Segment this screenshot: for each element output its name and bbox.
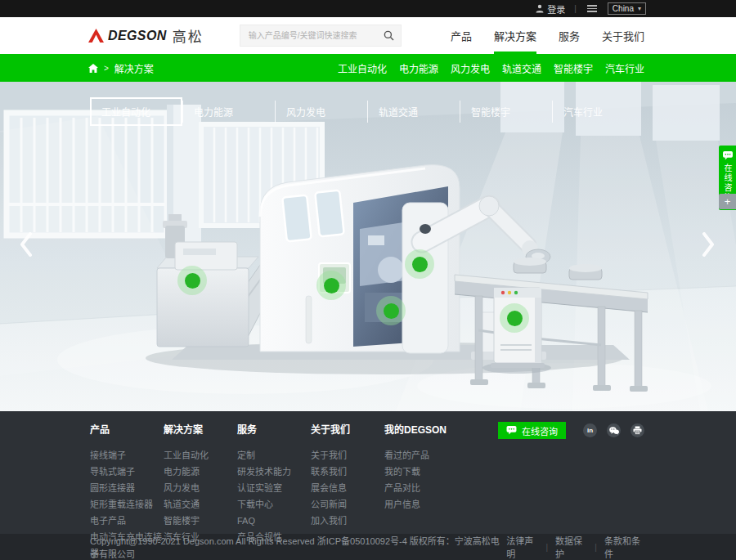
search-input[interactable] [240,31,378,40]
machine-hotspot-2[interactable] [316,271,346,300]
footer-link[interactable]: 圆形连接器 [90,480,164,496]
breadcrumb-current: 解决方案 [114,61,154,75]
machine-hotspot-5[interactable] [500,303,529,333]
tab-automotive[interactable]: 汽车行业 [552,97,644,126]
subnav-wind-power[interactable]: 风力发电 [451,61,490,75]
hamburger-icon [587,5,597,7]
home-icon[interactable] [88,64,98,73]
logo-text-cn: 高松 [173,25,204,46]
footer-link[interactable]: 矩形重载连接器 [90,496,164,513]
subnav-industrial-automation[interactable]: 工业自动化 [338,61,387,75]
breadcrumb: > 解决方案 [88,61,154,75]
footer-consult-label: 在线咨询 [522,424,558,437]
menu-button[interactable] [586,3,599,14]
footer-link[interactable]: 轨道交通 [164,496,237,513]
footer-col-title: 服务 [237,422,311,436]
footer-link[interactable]: 工业自动化 [164,447,237,464]
tab-wind-power[interactable]: 风力发电 [275,97,367,126]
plus-icon: + [725,195,731,208]
chat-icon [506,426,517,435]
footer-col-services: 服务 定制 研发技术能力 认证实验室 下载中心 FAQ 产品合规性 [237,422,311,560]
chat-icon [723,151,733,160]
footer-col-title: 产品 [90,422,164,436]
footer-link[interactable]: 加入我们 [311,513,384,529]
language-selector[interactable]: China ▾ [608,2,646,15]
floating-expand-button[interactable]: + [719,194,736,209]
footer-actions: 在线咨询 in [498,422,644,439]
search-button[interactable] [378,25,401,46]
nav-item-products[interactable]: 产品 [451,17,472,54]
footer-link[interactable]: 接线端子 [90,447,164,464]
footer-link[interactable]: 风力发电 [164,480,237,496]
linkedin-icon[interactable]: in [583,423,597,437]
subnav-automotive[interactable]: 汽车行业 [605,61,644,75]
footer-col-title: 我的DEGSON [384,422,482,436]
chevron-down-icon: ▾ [638,3,641,14]
tab-power-energy[interactable]: 电力能源 [182,97,275,126]
footer-col-title: 解决方案 [164,422,237,436]
footer-link[interactable]: 汽车行业 [164,529,237,545]
footer-link[interactable]: 认证实验室 [237,480,311,496]
hero-image [0,82,736,411]
footer-link[interactable]: 电动汽车充电连接器 [90,529,164,560]
login-label: 登录 [547,2,565,16]
footer-link[interactable]: 展会信息 [311,480,384,496]
language-value: China [613,3,634,14]
footer-link[interactable]: 导轨式端子 [90,464,164,480]
subnav-rail-transit[interactable]: 轨道交通 [502,61,541,75]
subnav-smart-building[interactable]: 智能楼宇 [554,61,593,75]
footer-columns: 产品 接线端子 导轨式端子 圆形连接器 矩形重载连接器 电子产品 电动汽车充电连… [90,422,736,560]
footer-link[interactable]: 产品对比 [384,480,482,496]
machine-hotspot-4[interactable] [376,296,406,325]
logo[interactable]: DEGSON 高松 [88,25,204,46]
footer-link[interactable]: 关于我们 [311,447,384,464]
tab-industrial-automation[interactable]: 工业自动化 [90,97,182,126]
topbar: 登录 | China ▾ [0,0,736,17]
machine-hotspot-1[interactable] [177,266,207,295]
nav-item-services[interactable]: 服务 [559,17,580,54]
footer-link[interactable]: 用户信息 [384,496,482,513]
footer-link[interactable]: 看过的产品 [384,447,482,464]
footer-link[interactable]: 研发技术能力 [237,464,311,480]
footer-col-products: 产品 接线端子 导轨式端子 圆形连接器 矩形重载连接器 电子产品 电动汽车充电连… [90,422,164,560]
user-icon [536,4,544,13]
footer-link[interactable]: 下载中心 [237,496,311,513]
footer-link[interactable]: FAQ [237,513,311,529]
footer-link[interactable]: 电力能源 [164,464,237,480]
footer-link[interactable]: 智能楼宇 [164,513,237,529]
footer-col-title: 关于我们 [311,422,384,436]
footer-link[interactable]: 产品合规性 [237,529,311,545]
footer-col-solutions: 解决方案 工业自动化 电力能源 风力发电 轨道交通 智能楼宇 汽车行业 [164,422,237,560]
page: 登录 | China ▾ DEGSON 高松 [0,0,736,560]
breadcrumb-separator: > [104,64,109,73]
main-nav: 产品 解决方案 服务 关于我们 [451,17,644,54]
footer-link[interactable]: 我的下载 [384,464,482,480]
wechat-icon[interactable] [607,423,621,437]
breadcrumb-bar: > 解决方案 工业自动化 电力能源 风力发电 轨道交通 智能楼宇 汽车行业 [0,54,736,82]
nav-item-about[interactable]: 关于我们 [602,17,644,54]
footer-consult-button[interactable]: 在线咨询 [498,422,566,439]
chevron-left-icon [18,231,34,258]
footer-col-my-degson: 我的DEGSON 看过的产品 我的下载 产品对比 用户信息 [384,422,482,560]
footer-link[interactable]: 公司新闻 [311,496,384,513]
carousel-prev-button[interactable] [14,229,38,260]
footer-col-about: 关于我们 关于我们 联系我们 展会信息 公司新闻 加入我们 [311,422,384,560]
wechat-glyph [609,427,619,435]
nav-item-solutions[interactable]: 解决方案 [494,17,536,54]
tab-smart-building[interactable]: 智能楼宇 [460,97,552,126]
footer-link[interactable]: 联系我们 [311,464,384,480]
footer-link[interactable]: 定制 [237,447,311,464]
footer-link[interactable]: 电子产品 [90,513,164,529]
solutions-subnav: 工业自动化 电力能源 风力发电 轨道交通 智能楼宇 汽车行业 [338,61,644,75]
carousel-next-button[interactable] [696,229,720,260]
logo-mark-icon [88,29,104,43]
machine-hotspot-3[interactable] [405,249,434,279]
logo-text: DEGSON [108,29,167,43]
login-button[interactable]: 登录 [536,2,565,16]
topbar-divider: | [574,4,577,13]
footer: 产品 接线端子 导轨式端子 圆形连接器 矩形重载连接器 电子产品 电动汽车充电连… [0,411,736,534]
subnav-power-energy[interactable]: 电力能源 [399,61,438,75]
tab-rail-transit[interactable]: 轨道交通 [367,97,460,126]
print-icon[interactable] [631,423,644,437]
solution-tabs: 工业自动化 电力能源 风力发电 轨道交通 智能楼宇 汽车行业 [90,97,644,126]
